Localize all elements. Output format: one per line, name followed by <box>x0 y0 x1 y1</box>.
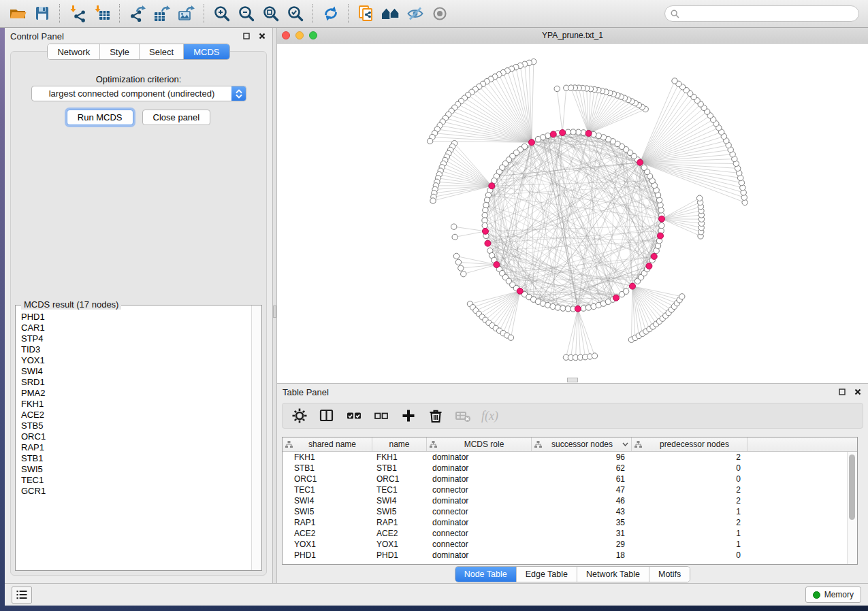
export-image-icon[interactable] <box>174 3 199 24</box>
save-session-icon[interactable] <box>30 3 54 24</box>
tab-edge-table[interactable]: Edge Table <box>517 567 577 582</box>
mcds-node[interactable] <box>646 263 652 269</box>
table-row[interactable]: STB1STB1dominator620 <box>283 463 857 474</box>
cell-mcds_role[interactable]: dominator <box>427 474 532 484</box>
mcds-node[interactable] <box>517 288 523 294</box>
mcds-result-item[interactable]: SWI5 <box>21 464 252 475</box>
cell-shared_name[interactable]: YOX1 <box>283 540 372 549</box>
cell-mcds_role[interactable]: dominator <box>427 496 532 506</box>
cell-predecessor_nodes[interactable]: 0 <box>632 550 748 560</box>
hide-selected-icon[interactable] <box>403 3 428 24</box>
cell-shared_name[interactable]: ACE2 <box>283 529 372 538</box>
delete-column-icon[interactable] <box>427 407 445 425</box>
select-all-columns-icon[interactable] <box>345 407 363 425</box>
cell-shared_name[interactable]: SWI5 <box>283 507 372 516</box>
zoom-fit-icon[interactable] <box>259 3 283 24</box>
network-node[interactable] <box>461 271 466 276</box>
mcds-node[interactable] <box>575 306 581 312</box>
window-minimize-icon[interactable] <box>295 31 304 39</box>
cell-shared_name[interactable]: PHD1 <box>283 550 372 560</box>
cell-shared_name[interactable]: SWI4 <box>283 496 372 506</box>
mcds-result-item[interactable]: GCR1 <box>21 486 252 497</box>
mcds-result-list[interactable]: PHD1CAR1STP4TID3YOX1SWI4SRD1PMA2FKH1ACE2… <box>16 308 252 570</box>
network-node[interactable] <box>568 85 573 90</box>
memory-button[interactable]: Memory <box>805 587 861 603</box>
network-node[interactable] <box>482 222 487 228</box>
network-node[interactable] <box>554 86 560 91</box>
mcds-result-item[interactable]: TEC1 <box>21 475 252 486</box>
export-network-icon[interactable] <box>125 3 150 24</box>
close-panel-button[interactable]: Close panel <box>142 110 211 125</box>
mcds-result-item[interactable]: YOX1 <box>21 355 252 366</box>
network-node[interactable] <box>623 288 628 294</box>
cell-shared_name[interactable]: ORC1 <box>283 474 372 484</box>
mcds-result-item[interactable]: ACE2 <box>21 410 252 420</box>
network-node[interactable] <box>451 224 457 229</box>
table-row[interactable]: ACE2ACE2connector311 <box>283 528 857 539</box>
mcds-node[interactable] <box>658 233 664 239</box>
cell-shared_name[interactable]: RAP1 <box>283 518 372 527</box>
mcds-result-item[interactable]: STB1 <box>21 453 252 464</box>
cell-predecessor_nodes[interactable]: 1 <box>632 529 748 538</box>
network-node[interactable] <box>679 294 685 299</box>
cell-name[interactable]: ORC1 <box>372 474 427 484</box>
tab-motifs[interactable]: Motifs <box>649 567 690 582</box>
tab-network-table[interactable]: Network Table <box>577 567 649 582</box>
new-network-from-selection-icon[interactable] <box>354 3 379 24</box>
apply-preferred-layout-icon[interactable] <box>319 3 343 24</box>
cell-successor_nodes[interactable]: 47 <box>532 485 632 495</box>
cell-predecessor_nodes[interactable]: 1 <box>632 507 748 516</box>
mcds-node[interactable] <box>658 216 664 222</box>
cell-shared_name[interactable]: STB1 <box>283 463 372 473</box>
cell-predecessor_nodes[interactable]: 0 <box>632 474 748 484</box>
window-maximize-icon[interactable] <box>309 31 317 39</box>
mcds-node[interactable] <box>489 183 495 189</box>
table-settings-icon[interactable] <box>291 407 308 425</box>
mcds-node[interactable] <box>585 130 592 136</box>
open-session-icon[interactable] <box>5 3 30 24</box>
search-field[interactable] <box>664 5 859 22</box>
cell-name[interactable]: RAP1 <box>372 518 427 527</box>
run-mcds-button[interactable]: Run MCDS <box>67 110 133 125</box>
cell-mcds_role[interactable]: dominator <box>427 518 532 527</box>
cell-predecessor_nodes[interactable]: 2 <box>632 452 748 462</box>
cell-successor_nodes[interactable]: 31 <box>532 529 632 538</box>
cell-mcds_role[interactable]: connector <box>427 529 532 538</box>
zoom-out-icon[interactable] <box>234 3 259 24</box>
cell-predecessor_nodes[interactable]: 0 <box>632 463 748 473</box>
cell-name[interactable]: YOX1 <box>372 540 427 549</box>
close-panel-icon[interactable] <box>853 387 863 397</box>
mcds-result-item[interactable]: RAP1 <box>21 442 252 453</box>
network-node[interactable] <box>696 195 702 201</box>
cell-name[interactable]: PHD1 <box>372 550 427 560</box>
table-row[interactable]: TEC1TEC1connector472 <box>283 484 857 495</box>
cell-name[interactable]: ACE2 <box>372 529 427 538</box>
table-scrollbar[interactable] <box>847 452 857 564</box>
table-scrollbar-thumb[interactable] <box>849 455 855 520</box>
show-all-icon[interactable] <box>428 3 452 24</box>
mcds-result-item[interactable]: STB5 <box>21 420 252 431</box>
window-close-icon[interactable] <box>282 31 290 39</box>
cell-successor_nodes[interactable]: 61 <box>532 474 632 484</box>
cell-shared_name[interactable]: TEC1 <box>283 485 372 495</box>
column-header-MCDS-role[interactable]: MCDS role <box>427 437 532 451</box>
clear-values-icon[interactable] <box>454 407 472 425</box>
cell-mcds_role[interactable]: connector <box>427 507 532 516</box>
tab-network[interactable]: Network <box>48 44 100 59</box>
cell-predecessor_nodes[interactable]: 2 <box>632 496 748 506</box>
cell-predecessor_nodes[interactable]: 2 <box>632 485 748 495</box>
cell-mcds_role[interactable]: dominator <box>427 463 532 473</box>
mcds-node[interactable] <box>494 262 500 268</box>
column-header-name[interactable]: name <box>372 437 427 451</box>
mcds-result-item[interactable]: SRD1 <box>21 377 252 388</box>
table-row[interactable]: PHD1PHD1dominator180 <box>283 550 857 561</box>
add-column-icon[interactable] <box>400 407 417 425</box>
mcds-result-item[interactable]: PMA2 <box>21 388 252 399</box>
criterion-dropdown[interactable]: largest connected component (undirected) <box>31 86 246 101</box>
network-node[interactable] <box>430 198 436 203</box>
cell-name[interactable]: FKH1 <box>372 452 427 462</box>
cell-name[interactable]: TEC1 <box>372 485 427 495</box>
network-node[interactable] <box>592 353 597 359</box>
cell-successor_nodes[interactable]: 96 <box>532 452 632 462</box>
mcds-node[interactable] <box>550 131 556 137</box>
